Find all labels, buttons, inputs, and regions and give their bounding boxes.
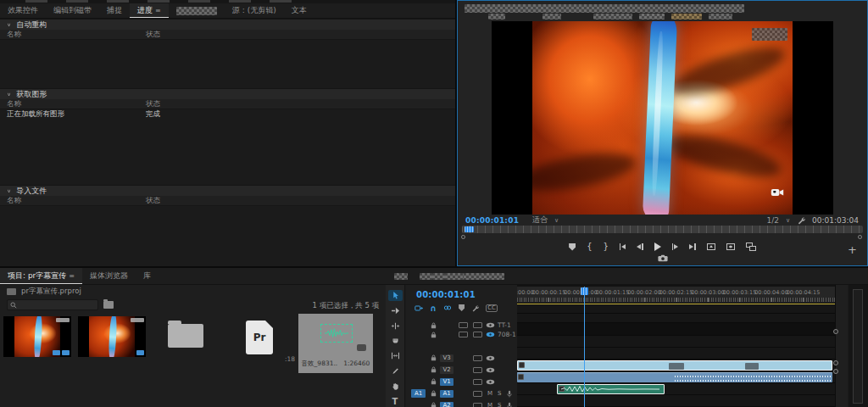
audio-lane-a2[interactable]: [517, 383, 835, 395]
razor-tool[interactable]: [388, 336, 403, 347]
sync-lock-icon[interactable]: [473, 379, 482, 385]
search-box[interactable]: [7, 299, 98, 310]
video-lane-v3[interactable]: [517, 336, 835, 348]
project-item-video-1[interactable]: [0, 314, 75, 373]
slip-tool[interactable]: [388, 351, 403, 362]
lock-icon[interactable]: [431, 332, 437, 338]
sync-lock-icon[interactable]: [459, 332, 468, 337]
video-clip-v1-selected[interactable]: [517, 360, 832, 371]
snap-magnet-icon[interactable]: ∩: [430, 304, 437, 312]
video-track-header-v3[interactable]: V3: [406, 352, 517, 364]
voiceover-mic-icon[interactable]: [507, 390, 512, 398]
mark-in-button[interactable]: {: [587, 242, 592, 252]
track-name-button-targeted[interactable]: V1: [440, 378, 453, 386]
track-select-forward-tool[interactable]: [388, 305, 403, 316]
section-auto-reframe-header[interactable]: ∨ 自动重构: [0, 19, 455, 30]
go-to-out-button[interactable]: [689, 242, 696, 252]
lock-icon[interactable]: [431, 390, 437, 397]
lock-icon[interactable]: [431, 402, 437, 407]
timeline-tracks-area[interactable]: 00:00:00:00 00:00:00:15 00:00:01:00 00:0…: [517, 285, 835, 407]
resolution-dropdown[interactable]: 1/2 ∨: [766, 216, 790, 225]
track-resize-handle[interactable]: [833, 329, 838, 334]
track-name-button[interactable]: A2: [440, 402, 453, 407]
scrubber-zoom-handle-right[interactable]: [858, 235, 862, 239]
timeline-tabbar-censored[interactable]: [386, 268, 868, 285]
section-import-files-header[interactable]: ∨ 导入文件: [0, 185, 455, 196]
mute-button[interactable]: M: [487, 402, 492, 407]
project-item-bin[interactable]: [149, 314, 224, 373]
sync-lock-icon[interactable]: [473, 391, 482, 397]
eye-icon[interactable]: [486, 367, 495, 373]
lift-button[interactable]: [707, 242, 715, 252]
tab-project[interactable]: 项目: pr字幕宣传 ≡: [0, 268, 82, 284]
add-marker-button[interactable]: [569, 242, 576, 252]
linked-selection-icon[interactable]: [443, 304, 452, 311]
program-monitor-stage[interactable]: [492, 21, 833, 215]
project-item-sequence[interactable]: Pr :18: [224, 314, 298, 373]
section-get-graphics-header[interactable]: ∨ 获取图形: [0, 88, 455, 99]
tab-text[interactable]: 文本: [284, 3, 314, 18]
audio-track-header-a1[interactable]: A1 A1 M S: [406, 387, 517, 399]
tab-progress[interactable]: 进度 ≡: [130, 3, 169, 18]
track-name-button[interactable]: V3: [440, 354, 453, 362]
chevron-down-icon[interactable]: ∨: [7, 188, 11, 193]
lock-icon[interactable]: [431, 354, 437, 361]
extract-button[interactable]: [726, 242, 735, 252]
timeline-settings-wrench-icon[interactable]: [471, 304, 479, 312]
tab-effect-controls[interactable]: 效果控件: [0, 3, 46, 18]
audio-clip-a1[interactable]: [517, 372, 832, 382]
timeline-vertical-scrollbar[interactable]: [849, 285, 868, 407]
chevron-down-icon[interactable]: ∨: [7, 92, 11, 97]
solo-button[interactable]: S: [498, 390, 501, 397]
tab-media-browser[interactable]: 媒体浏览器: [82, 268, 136, 284]
new-bin-folder-icon[interactable]: [103, 301, 114, 309]
button-editor-add-button[interactable]: +: [848, 245, 857, 255]
video-lane-v1[interactable]: [517, 360, 835, 371]
monitor-settings-wrench-icon[interactable]: [797, 216, 805, 225]
step-forward-button[interactable]: [672, 242, 679, 252]
audio-clip-a2-selected[interactable]: [557, 384, 665, 394]
track-name-button[interactable]: A1: [440, 390, 453, 398]
timeline-playhead-line[interactable]: [584, 287, 585, 407]
type-tool[interactable]: T: [388, 396, 403, 407]
tab-edit-to-tape[interactable]: 编辑到磁带: [46, 3, 99, 18]
sync-lock-icon[interactable]: [473, 367, 482, 373]
lock-icon[interactable]: [431, 378, 437, 385]
step-back-button[interactable]: [637, 242, 643, 252]
video-track-header-v1[interactable]: V1: [406, 376, 517, 387]
panel-menu-icon[interactable]: ≡: [155, 7, 161, 14]
track-resize-handle[interactable]: [833, 360, 838, 365]
video-lane-v2[interactable]: [517, 348, 835, 360]
eye-icon[interactable]: [486, 322, 495, 328]
sync-lock-icon[interactable]: [473, 355, 482, 361]
censored-monitor-tabs[interactable]: [465, 4, 744, 13]
nest-sequence-icon[interactable]: [415, 304, 423, 312]
export-frame-camera-icon[interactable]: [658, 254, 668, 262]
hand-tool[interactable]: [388, 381, 403, 392]
sync-lock-icon[interactable]: [459, 322, 468, 328]
caption-track-header-tt1[interactable]: TT-1: [406, 321, 517, 330]
caption-lane-708[interactable]: [517, 314, 835, 323]
monitor-playhead[interactable]: [465, 226, 474, 232]
audio-lane-a1[interactable]: [517, 371, 835, 383]
lock-icon[interactable]: [431, 322, 437, 329]
ripple-edit-tool[interactable]: [388, 321, 403, 332]
lock-icon[interactable]: [431, 366, 437, 373]
project-item-audio-selected[interactable]: 音效_9831.. 1:26460: [298, 314, 373, 373]
project-item-video-2[interactable]: [75, 314, 149, 373]
tab-censored[interactable]: [169, 3, 225, 18]
comparison-view-button[interactable]: [746, 242, 756, 252]
voiceover-mic-icon[interactable]: [507, 402, 512, 407]
project-file-row[interactable]: pr字幕宣传.prproj: [0, 285, 386, 298]
source-patch-a1[interactable]: A1: [411, 389, 426, 398]
eye-icon-active-caption[interactable]: [486, 332, 495, 337]
tab-source-monitor[interactable]: 源：(无剪辑): [225, 3, 284, 18]
audio-track-header-a2[interactable]: A2 M S: [406, 399, 517, 407]
video-track-header-v2[interactable]: V2: [406, 364, 517, 376]
timeline-current-timecode[interactable]: 00:00:01:01: [416, 290, 476, 299]
caption-lane-tt1[interactable]: [517, 304, 835, 314]
track-name-button[interactable]: V2: [440, 366, 453, 374]
caption-track-header-708[interactable]: 708-1: [406, 330, 517, 339]
track-resize-handle[interactable]: [833, 369, 838, 374]
current-timecode[interactable]: 00:00:01:01: [465, 216, 519, 225]
